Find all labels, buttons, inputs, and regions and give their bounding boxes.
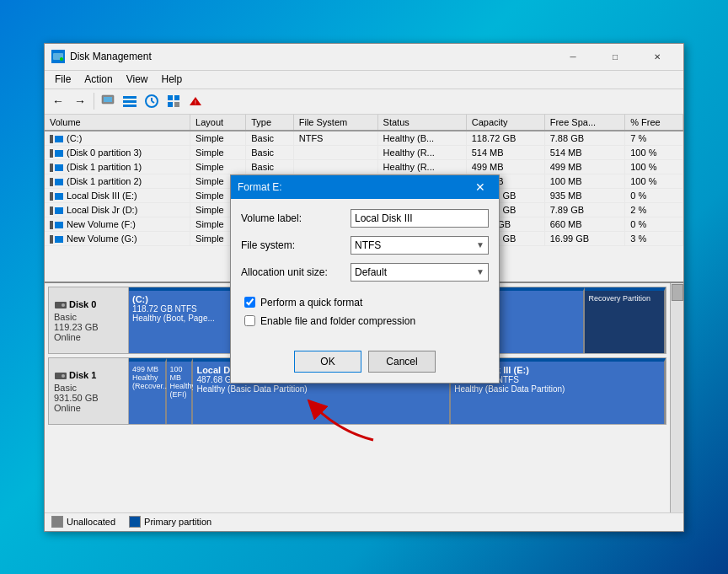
vol-icon bbox=[50, 235, 53, 244]
menu-help[interactable]: Help bbox=[155, 72, 190, 87]
modal-titlebar: Format E: ✕ bbox=[231, 175, 499, 199]
app-icon bbox=[51, 50, 65, 63]
disk-1-partition-efi[interactable]: 100 MBHealthy (EFI) bbox=[167, 358, 194, 424]
modal-title: Format E: bbox=[238, 181, 468, 193]
allocation-unit-value: Default bbox=[355, 266, 387, 278]
allocation-unit-select[interactable]: Default ▼ bbox=[351, 263, 489, 282]
vertical-scrollbar[interactable] bbox=[670, 283, 683, 512]
svg-rect-6 bbox=[123, 100, 136, 103]
volume-label-input[interactable] bbox=[351, 209, 489, 228]
forward-button[interactable]: → bbox=[70, 91, 90, 111]
format-dialog: Format E: ✕ Volume label: File system: N… bbox=[230, 174, 500, 384]
disk-1-status: Online bbox=[54, 403, 123, 413]
file-system-label: File system: bbox=[241, 239, 351, 251]
p-efi-size: 100 MB bbox=[170, 365, 189, 382]
col-type[interactable]: Type bbox=[246, 115, 294, 131]
quick-format-checkbox[interactable] bbox=[244, 297, 255, 308]
disk-0-name: Disk 0 bbox=[54, 298, 123, 312]
toolbar: ← → bbox=[45, 89, 683, 115]
col-pct[interactable]: % Free bbox=[625, 115, 683, 131]
modal-footer: OK Cancel bbox=[231, 344, 499, 383]
table-row[interactable]: (Disk 1 partition 1)SimpleBasicHealthy (… bbox=[45, 159, 683, 174]
vol-icon bbox=[50, 135, 53, 143]
vol-icon bbox=[50, 192, 53, 201]
col-volume[interactable]: Volume bbox=[45, 115, 190, 131]
file-system-arrow-icon: ▼ bbox=[476, 240, 484, 249]
svg-rect-4 bbox=[104, 97, 112, 102]
table-row[interactable]: (Disk 0 partition 3)SimpleBasicHealthy (… bbox=[45, 145, 683, 159]
p-recovery-status: Recovery Partition bbox=[588, 294, 661, 303]
file-system-row: File system: NTFS ▼ bbox=[241, 236, 489, 255]
menu-action[interactable]: Action bbox=[78, 72, 119, 87]
modal-body: Volume label: File system: NTFS ▼ Alloca… bbox=[231, 199, 499, 344]
disk-1-partition-499[interactable]: 499 MBHealthy (Recover... bbox=[129, 358, 167, 424]
toolbar-btn-2[interactable] bbox=[120, 91, 140, 111]
disk-0-partition-recovery[interactable]: Recovery Partition bbox=[585, 287, 666, 353]
ok-button[interactable]: OK bbox=[294, 351, 361, 373]
legend-unallocated: Unallocated bbox=[51, 516, 115, 528]
svg-text:!: ! bbox=[195, 99, 196, 105]
disk-1-type: Basic bbox=[54, 383, 123, 393]
vol-icon2 bbox=[55, 136, 63, 142]
close-button[interactable]: ✕ bbox=[638, 43, 677, 70]
svg-rect-12 bbox=[174, 95, 179, 100]
vol-icon2 bbox=[55, 193, 63, 200]
toolbar-btn-4[interactable] bbox=[163, 91, 184, 111]
p-499-size: 499 MB bbox=[132, 365, 162, 373]
allocation-unit-label: Allocation unit size: bbox=[241, 266, 351, 278]
table-row[interactable]: (C:)SimpleBasicNTFSHealthy (B...118.72 G… bbox=[45, 131, 683, 146]
volume-label-label: Volume label: bbox=[241, 212, 351, 224]
vol-icon2 bbox=[55, 207, 63, 214]
svg-rect-11 bbox=[168, 95, 173, 100]
svg-point-19 bbox=[62, 374, 65, 378]
menu-view[interactable]: View bbox=[120, 72, 155, 87]
svg-point-17 bbox=[62, 303, 65, 307]
vol-icon2 bbox=[55, 179, 63, 185]
menu-file[interactable]: File bbox=[48, 72, 78, 87]
disk-0-type: Basic bbox=[54, 312, 123, 322]
vol-icon bbox=[50, 221, 53, 229]
svg-line-10 bbox=[152, 101, 154, 103]
vol-icon2 bbox=[55, 222, 63, 228]
cancel-button[interactable]: Cancel bbox=[368, 351, 436, 373]
vol-icon bbox=[50, 164, 53, 172]
disk-management-window: Disk Management ─ □ ✕ File Action View H… bbox=[44, 43, 684, 532]
legend-box-primary bbox=[129, 516, 141, 528]
maximize-button[interactable]: □ bbox=[596, 43, 634, 70]
svg-rect-14 bbox=[174, 102, 179, 107]
file-system-select[interactable]: NTFS ▼ bbox=[351, 236, 489, 255]
modal-close-button[interactable]: ✕ bbox=[468, 175, 492, 199]
vol-icon bbox=[50, 207, 53, 215]
col-layout[interactable]: Layout bbox=[190, 115, 246, 131]
volume-label-row: Volume label: bbox=[241, 209, 489, 228]
col-fs[interactable]: File System bbox=[293, 115, 377, 131]
quick-format-label: Perform a quick format bbox=[260, 297, 362, 308]
disk-1-label: Disk 1 Basic 931.50 GB Online bbox=[49, 358, 129, 424]
p-d-status: Healthy (Basic Data Partition) bbox=[196, 384, 446, 394]
legend-bar: Unallocated Primary partition bbox=[45, 512, 683, 531]
col-status[interactable]: Status bbox=[377, 115, 466, 131]
p-efi-status: Healthy (EFI) bbox=[170, 382, 189, 399]
window-title: Disk Management bbox=[70, 51, 554, 62]
compression-label: Enable file and folder compression bbox=[260, 315, 415, 327]
p-499-status: Healthy (Recover... bbox=[132, 373, 162, 390]
compression-checkbox[interactable] bbox=[244, 315, 255, 326]
toolbar-btn-5[interactable]: ! bbox=[185, 91, 206, 111]
col-capacity[interactable]: Capacity bbox=[466, 115, 544, 131]
vol-icon2 bbox=[55, 150, 63, 157]
svg-point-2 bbox=[60, 57, 63, 61]
minimize-button[interactable]: ─ bbox=[554, 43, 592, 70]
col-free[interactable]: Free Spa... bbox=[544, 115, 625, 131]
toolbar-btn-1[interactable] bbox=[98, 91, 118, 111]
disk-0-label: Disk 0 Basic 119.23 GB Online bbox=[49, 287, 129, 353]
toolbar-btn-3[interactable] bbox=[142, 91, 162, 111]
svg-rect-5 bbox=[123, 96, 136, 99]
back-button[interactable]: ← bbox=[48, 91, 68, 111]
legend-label-unallocated: Unallocated bbox=[67, 517, 115, 527]
legend-box-unallocated bbox=[51, 516, 63, 528]
vol-icon bbox=[50, 149, 53, 158]
vol-icon bbox=[50, 178, 53, 186]
legend-label-primary: Primary partition bbox=[144, 517, 211, 527]
compression-row: Enable file and folder compression bbox=[241, 315, 489, 327]
svg-rect-7 bbox=[123, 105, 136, 107]
